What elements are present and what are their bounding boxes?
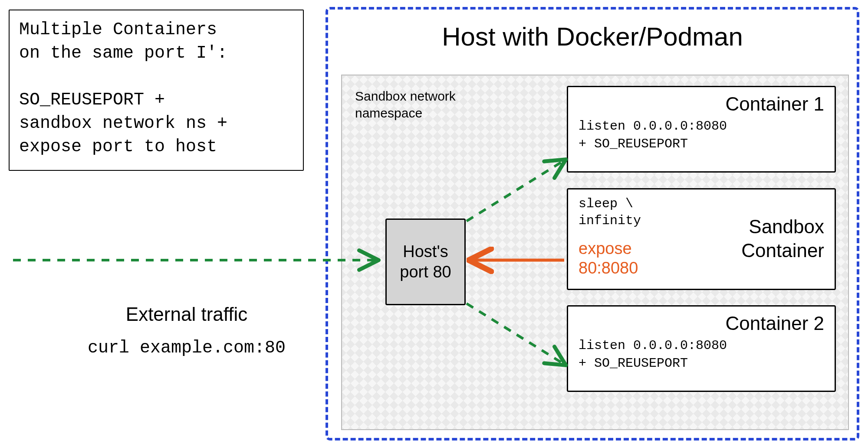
- sandbox-expose-line1: expose: [579, 239, 632, 258]
- sandbox-namespace-box: Sandbox network namespace Host's port 80…: [341, 75, 849, 430]
- sandbox-container-box: sleep \ infinity expose 80:8080 Sandbox …: [567, 188, 836, 290]
- container-1-box: Container 1 listen 0.0.0.0:8080 + SO_REU…: [567, 86, 836, 173]
- container-2-opt: + SO_REUSEPORT: [579, 356, 688, 371]
- container-1-opt: + SO_REUSEPORT: [579, 137, 688, 151]
- container-2-listen: listen 0.0.0.0:8080: [579, 338, 727, 353]
- sandbox-sleep-line2: infinity: [579, 213, 641, 228]
- container-1-body: listen 0.0.0.0:8080 + SO_REUSEPORT: [579, 117, 824, 153]
- title-box: Multiple Containers on the same port I':…: [9, 10, 304, 171]
- host-port-line2: port 80: [400, 263, 451, 281]
- sandbox-label-line2: namespace: [355, 106, 422, 120]
- external-traffic-block: External traffic curl example.com:80: [74, 303, 299, 358]
- container-2-body: listen 0.0.0.0:8080 + SO_REUSEPORT: [579, 337, 824, 372]
- title-line4: sandbox network ns +: [19, 114, 227, 133]
- sandbox-expose: expose 80:8080: [579, 239, 670, 278]
- title-line2: on the same port I':: [19, 43, 227, 63]
- container-1-listen: listen 0.0.0.0:8080: [579, 119, 727, 134]
- sandbox-namespace-label: Sandbox network namespace: [355, 88, 456, 121]
- title-line5: expose port to host: [19, 137, 217, 157]
- host-port-box: Host's port 80: [385, 219, 466, 305]
- title-line3: SO_REUSEPORT +: [19, 90, 165, 110]
- sandbox-container-title-line2: Container: [741, 238, 824, 262]
- host-title: Host with Docker/Podman: [442, 22, 743, 52]
- host-port-line1: Host's: [403, 242, 448, 261]
- container-1-title: Container 1: [579, 93, 824, 115]
- container-2-box: Container 2 listen 0.0.0.0:8080 + SO_REU…: [567, 305, 836, 392]
- sandbox-sleep-line1: sleep \: [579, 196, 633, 211]
- container-2-title: Container 2: [579, 313, 824, 334]
- sandbox-label-line1: Sandbox network: [355, 89, 456, 103]
- external-traffic-command: curl example.com:80: [74, 338, 299, 358]
- host-box: Host with Docker/Podman Sandbox network …: [326, 7, 859, 440]
- title-line1: Multiple Containers: [19, 20, 217, 39]
- external-traffic-label: External traffic: [74, 303, 299, 325]
- sandbox-expose-line2: 80:8080: [579, 259, 638, 277]
- sandbox-container-title-line1: Sandbox: [749, 215, 824, 238]
- sandbox-sleep: sleep \ infinity: [579, 196, 670, 229]
- sandbox-container-title: Sandbox Container: [678, 196, 824, 281]
